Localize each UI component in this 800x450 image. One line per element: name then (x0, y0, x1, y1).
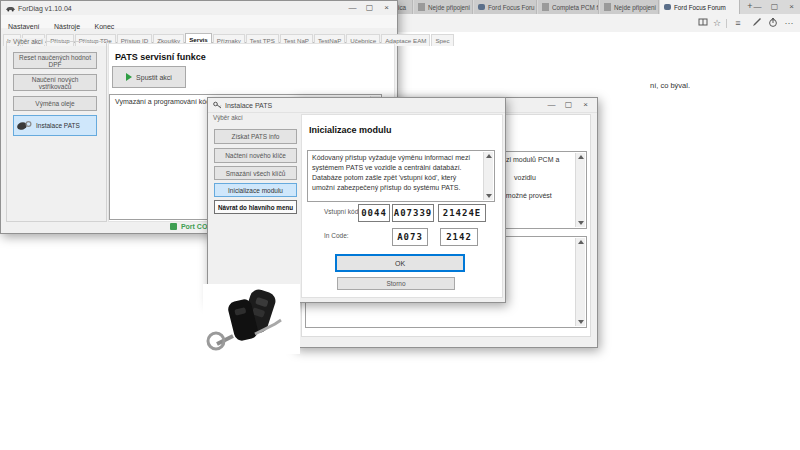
browser-tab[interactable]: Nejde připojeni (600, 0, 659, 14)
pats-learn-key-button[interactable]: Načtení nového klíče (214, 148, 297, 163)
favorites-star-icon[interactable]: ☆ (710, 17, 724, 29)
car-icon (664, 4, 671, 10)
share-icon[interactable] (766, 17, 780, 29)
play-icon (126, 73, 132, 81)
scroll-down-icon[interactable] (578, 320, 584, 324)
instalace-pats-label: Instalace PATS (36, 122, 80, 129)
instalace-pats-button[interactable]: Instalace PATS (13, 115, 97, 136)
back-text-line: vozidlu (514, 174, 536, 181)
back-text-line: zi modulů PCM a (506, 156, 559, 163)
scrollbar[interactable] (575, 238, 585, 326)
scroll-up-icon[interactable] (578, 240, 584, 244)
fordiag-title-bar: ForDiag v1.10.04 — ▢ × (1, 1, 397, 16)
browser-tab[interactable]: Nejde připojeni (414, 0, 473, 14)
scroll-up-icon[interactable] (486, 154, 492, 158)
browser-tab-label: Ford Focus Foru (488, 4, 535, 11)
pats-main-panel: Inicializace modulu Kódovaný přístup vyž… (301, 114, 503, 298)
scroll-down-icon[interactable] (578, 221, 584, 225)
toolbar-divider (726, 19, 727, 28)
scroll-down-icon[interactable] (486, 194, 492, 198)
back-text-line: e možné provést (500, 192, 552, 199)
connection-status-icon (170, 223, 177, 230)
key-icon (213, 101, 222, 109)
maximize-icon[interactable]: ▢ (361, 1, 378, 15)
browser-tab[interactable]: Completa PCM fa (538, 0, 599, 14)
pats-window-title-bar: Instalace PATS (208, 98, 505, 113)
pats-init-module-button[interactable]: Inicializace modulu (214, 183, 297, 197)
pats-sidebar-label: Výběr akcí (213, 114, 243, 121)
close-icon[interactable]: × (577, 98, 594, 112)
reading-view-icon[interactable] (696, 17, 710, 29)
scroll-up-icon[interactable] (578, 155, 584, 159)
edge-window-controls: — ▢ × (749, 0, 800, 14)
browser-tab-label: Ford Focus Forum (674, 4, 726, 11)
browser-tab[interactable]: Ford Focus Foru (474, 0, 537, 14)
minimize-icon[interactable]: — (749, 0, 766, 14)
action-group-box: Výběr akcí Reset naučených hodnot DPF Na… (6, 41, 107, 222)
keys-icon (16, 120, 32, 132)
more-icon[interactable]: ··· (782, 17, 796, 29)
car-icon (478, 4, 485, 10)
pats-get-info-button[interactable]: Získat PATS info (214, 129, 297, 144)
pats-return-menu-button[interactable]: Návrat do hlavního menu (214, 200, 297, 214)
page-icon (418, 3, 425, 11)
pats-service-heading: PATS servisní funkce (115, 52, 206, 62)
init-description-text: Kódovaný přístup vyžaduje výměnu informa… (308, 151, 494, 196)
outcode-box-1: 0044 (358, 204, 390, 222)
page-text-fragment: ní, co býval. (650, 81, 690, 90)
run-action-button[interactable]: Spustit akci (112, 66, 186, 88)
outcode-label: Vstupní kód: (324, 208, 360, 215)
init-module-heading: Inicializace modulu (309, 125, 392, 135)
web-note-pen-icon[interactable] (750, 17, 764, 29)
pats-erase-keys-button[interactable]: Smazání všech klíčů (214, 166, 297, 180)
incode-input-2[interactable]: 2142 (440, 228, 478, 246)
outcode-box-2: A07339 (392, 204, 434, 222)
minimize-icon[interactable]: — (543, 98, 560, 112)
menu-bar: Nastavení Nástroje Konec (1, 15, 397, 28)
ok-button[interactable]: OK (335, 254, 465, 272)
outcode-box-3: 21424E (438, 204, 486, 222)
fordiag-window-controls: — ▢ × (344, 1, 395, 15)
browser-tab-label: Nejde připojeni (614, 4, 656, 11)
action-group-label: Výběr akcí (11, 38, 45, 45)
hub-icon[interactable]: ≡ (731, 17, 745, 29)
maximize-icon[interactable]: ▢ (766, 0, 783, 14)
service-button-2[interactable]: Naučení nových vstřikovačů (13, 74, 97, 91)
incode-input-1[interactable]: A073 (392, 228, 428, 246)
init-description-textarea[interactable]: Kódovaný přístup vyžaduje výměnu informa… (307, 150, 495, 202)
cancel-button[interactable]: Storno (337, 277, 455, 290)
scrollbar[interactable] (483, 152, 493, 200)
scrollbar[interactable] (575, 153, 585, 227)
browser-tab-active[interactable]: Ford Focus Forum (660, 0, 740, 14)
minimize-icon[interactable]: — (344, 1, 361, 15)
service-button-1[interactable]: Reset naučených hodnot DPF (13, 52, 97, 69)
page-icon (542, 3, 549, 11)
browser-tab-label: Completa PCM fa (552, 4, 599, 11)
incode-label: In Code: (324, 232, 349, 239)
browser-tab-label: ica (398, 4, 406, 11)
fordiag-window-title: ForDiag v1.10.04 (18, 5, 72, 12)
pats-window-title: Instalace PATS (225, 102, 272, 109)
close-icon[interactable]: × (783, 0, 800, 14)
app-car-icon (6, 5, 15, 12)
maximize-icon[interactable]: ▢ (560, 98, 577, 112)
instalace-pats-window: Instalace PATS Výběr akcí Získat PATS in… (207, 97, 506, 303)
page-icon (604, 3, 611, 11)
close-icon[interactable]: × (378, 1, 395, 15)
service-button-3[interactable]: Výměna oleje (13, 96, 97, 111)
run-action-label: Spustit akci (136, 74, 172, 81)
browser-tab-label: Nejde připojeni (428, 4, 470, 11)
car-keys-photo (203, 284, 300, 354)
tab-spec[interactable]: Spec (431, 34, 453, 46)
back-window-controls: — ▢ × (543, 98, 594, 112)
